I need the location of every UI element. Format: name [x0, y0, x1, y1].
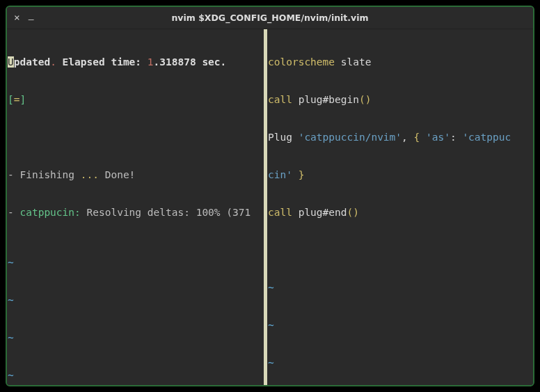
empty-line: ~ [267, 319, 533, 331]
code-line-3: Plug 'catppuccin/nvim', { 'as': 'catppuc [267, 131, 533, 143]
plugins-line-4: - catppucin: Resolving deltas: 100% (371 [7, 206, 264, 219]
titlebar: × — nvim $XDG_CONFIG_HOME/nvim/init.vim [7, 7, 533, 29]
window-controls: × — [7, 13, 34, 23]
cursor: U [8, 56, 14, 68]
empty-line: ~ [7, 331, 264, 344]
code-line-2: call plug#begin() [267, 93, 533, 106]
empty-line: ~ [7, 294, 264, 306]
minimize-icon[interactable]: — [29, 15, 34, 24]
close-icon[interactable]: × [14, 13, 20, 23]
plugins-line-2: [=] [7, 93, 264, 106]
code-line-5: call plug#end() [267, 206, 533, 219]
code-blank [267, 244, 533, 256]
code-line-4: cin' } [267, 168, 533, 181]
empty-line: ~ [7, 256, 264, 269]
plugins-line-3: - Finishing ... Done! [7, 168, 264, 181]
window-title: nvim $XDG_CONFIG_HOME/nvim/init.vim [7, 13, 533, 23]
empty-line: ~ [267, 356, 533, 369]
plugins-blank [7, 131, 264, 143]
pane-init-vim[interactable]: colorscheme slate call plug#begin() Plug… [267, 29, 533, 386]
terminal-window: × — nvim $XDG_CONFIG_HOME/nvim/init.vim … [6, 6, 534, 386]
plugins-line-1: Updated. Elapsed time: 1.318878 sec. [7, 56, 264, 68]
editor-splits: Updated. Elapsed time: 1.318878 sec. [=]… [7, 29, 533, 386]
empty-line: ~ [267, 281, 533, 294]
empty-line: ~ [7, 369, 264, 382]
code-line-1: colorscheme slate [267, 56, 533, 68]
terminal-body[interactable]: Updated. Elapsed time: 1.318878 sec. [=]… [7, 29, 533, 386]
pane-plugins[interactable]: Updated. Elapsed time: 1.318878 sec. [=]… [7, 29, 264, 386]
